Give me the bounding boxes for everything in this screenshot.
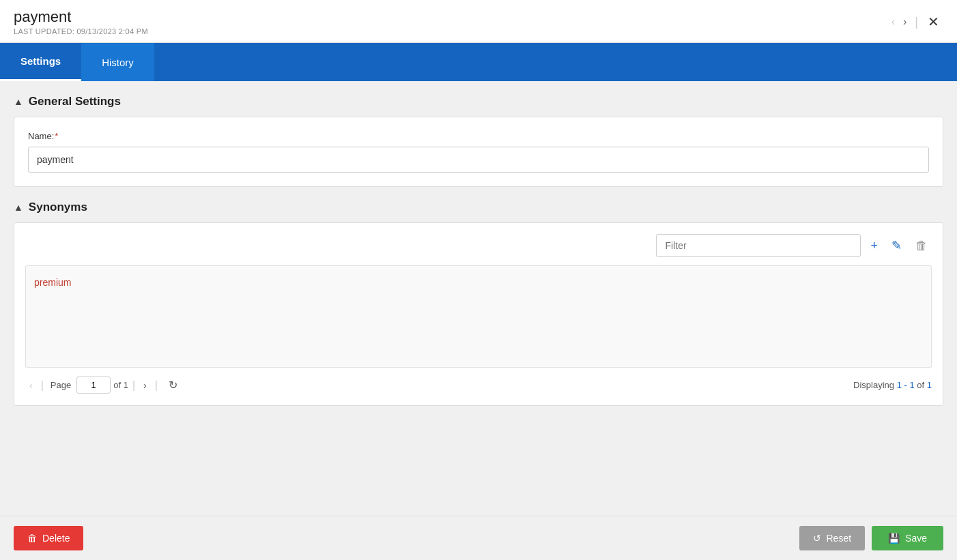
page-number-input[interactable] <box>76 377 111 394</box>
page-sep-right: | <box>132 379 135 392</box>
synonyms-chevron-icon: ▲ <box>14 202 23 213</box>
pagination-left: ‹ | Page of 1 | › | ↻ <box>25 376 182 394</box>
name-input[interactable] <box>28 147 929 173</box>
add-synonym-button[interactable]: + <box>866 236 882 256</box>
page-next-button[interactable]: › <box>139 377 151 394</box>
close-icon: ✕ <box>928 14 939 29</box>
header-right: ‹ › | ✕ <box>889 8 943 31</box>
displaying-of: of <box>915 380 927 390</box>
name-field-label: Name:* <box>28 131 929 141</box>
synonyms-list: premium <box>25 265 932 368</box>
chevron-down-icon: ▲ <box>14 96 23 107</box>
last-updated: LAST UPDATED: 09/13/2023 2:04 PM <box>14 27 148 35</box>
displaying-total: 1 <box>927 380 932 390</box>
list-item[interactable]: premium <box>26 271 931 293</box>
plus-icon: + <box>870 239 878 252</box>
save-button[interactable]: 💾 Save <box>872 526 943 550</box>
delete-synonym-button[interactable]: 🗑 <box>911 236 932 256</box>
synonyms-toolbar: + ✎ 🗑 <box>25 234 932 257</box>
pagination-right: Displaying 1 - 1 of 1 <box>853 380 932 390</box>
general-settings-section: ▲ General Settings Name:* <box>14 95 943 187</box>
general-settings-header[interactable]: ▲ General Settings <box>14 95 943 108</box>
reset-button[interactable]: ↺ Reset <box>799 526 866 550</box>
displaying-label: Displaying <box>853 380 897 390</box>
page-prev-button[interactable]: ‹ <box>25 377 37 394</box>
delete-button[interactable]: 🗑 Delete <box>14 526 83 550</box>
page-next-icon: › <box>143 380 147 391</box>
edit-icon: ✎ <box>891 239 902 252</box>
footer: 🗑 Delete ↺ Reset 💾 Save <box>0 516 957 560</box>
header: payment LAST UPDATED: 09/13/2023 2:04 PM… <box>0 0 957 43</box>
page-sep-end: | <box>155 379 158 392</box>
synonyms-header[interactable]: ▲ Synonyms <box>14 201 943 214</box>
close-button[interactable]: ✕ <box>924 12 943 31</box>
header-separator: | <box>915 15 918 29</box>
tabs-bar: Settings History <box>0 43 957 81</box>
nav-prev-icon: ‹ <box>891 16 895 27</box>
general-settings-card: Name:* <box>14 117 943 187</box>
pagination: ‹ | Page of 1 | › | ↻ Displaying <box>25 376 932 394</box>
save-icon: 💾 <box>888 533 900 544</box>
refresh-button[interactable]: ↻ <box>165 376 182 394</box>
nav-next-icon: › <box>903 16 906 27</box>
footer-actions: ↺ Reset 💾 Save <box>799 526 944 550</box>
reset-icon: ↺ <box>813 533 821 544</box>
nav-next-button[interactable]: › <box>900 14 909 29</box>
content-area: ▲ General Settings Name:* ▲ Synonyms + ✎ <box>0 81 957 433</box>
required-indicator: * <box>55 131 58 141</box>
tab-history[interactable]: History <box>81 43 154 81</box>
page-sep-left: | <box>41 379 44 392</box>
page-label: Page <box>51 380 71 390</box>
page-title: payment <box>14 8 148 26</box>
general-settings-title: General Settings <box>29 95 121 108</box>
trash-icon: 🗑 <box>915 239 928 252</box>
displaying-range: 1 - 1 <box>897 380 915 390</box>
synonyms-title: Synonyms <box>29 201 87 214</box>
edit-synonym-button[interactable]: ✎ <box>887 235 906 256</box>
nav-prev-button[interactable]: ‹ <box>889 14 898 29</box>
synonyms-section: ▲ Synonyms + ✎ 🗑 premium <box>14 201 943 406</box>
delete-icon: 🗑 <box>27 533 37 544</box>
page-prev-icon: ‹ <box>29 380 33 391</box>
filter-input[interactable] <box>656 234 861 257</box>
tab-settings[interactable]: Settings <box>0 43 81 81</box>
synonyms-card: + ✎ 🗑 premium ‹ | P <box>14 222 943 406</box>
refresh-icon: ↻ <box>169 379 177 391</box>
page-of: of 1 <box>113 380 128 390</box>
header-left: payment LAST UPDATED: 09/13/2023 2:04 PM <box>14 8 148 35</box>
